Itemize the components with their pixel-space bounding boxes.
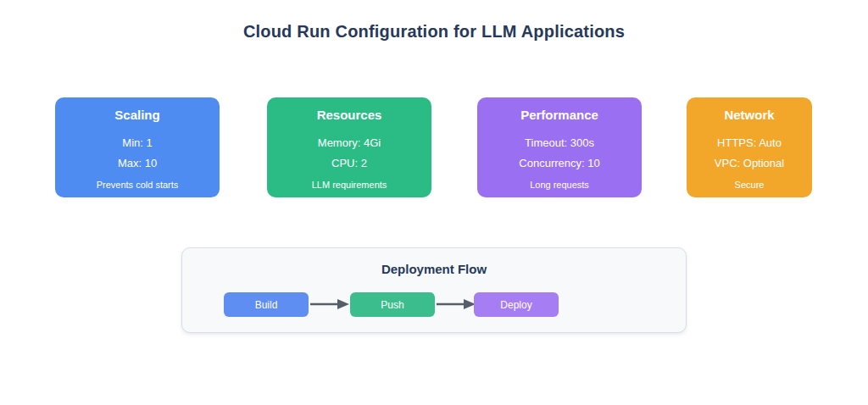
flow-title: Deployment Flow [182, 262, 686, 276]
card-metric: VPC: Optional [687, 157, 812, 170]
card-note: Prevents cold starts [55, 179, 220, 191]
config-card-network: Network HTTPS: Auto VPC: Optional Secure [687, 97, 812, 197]
card-note: Long requests [477, 179, 642, 191]
card-metric: Timeout: 300s [477, 136, 642, 150]
arrow-right-icon [310, 297, 349, 311]
card-title: Performance [477, 108, 642, 123]
card-metric: Memory: 4Gi [267, 136, 431, 150]
card-title: Scaling [55, 108, 220, 123]
card-metric: Min: 1 [55, 136, 220, 150]
card-metric: HTTPS: Auto [687, 136, 812, 150]
flow-step-push: Push [350, 292, 435, 317]
card-note: Secure [687, 179, 812, 191]
config-card-performance: Performance Timeout: 300s Concurrency: 1… [477, 97, 642, 197]
flow-step-label: Deploy [500, 299, 531, 311]
card-metric: CPU: 2 [267, 157, 431, 170]
flow-step-build: Build [224, 292, 309, 317]
card-note: LLM requirements [267, 179, 431, 191]
diagram-canvas: Cloud Run Configuration for LLM Applicat… [0, 0, 868, 405]
card-title: Resources [267, 108, 431, 123]
config-card-resources: Resources Memory: 4Gi CPU: 2 LLM require… [267, 97, 431, 197]
card-title: Network [687, 108, 812, 123]
card-metric: Concurrency: 10 [477, 157, 642, 170]
card-metric: Max: 10 [55, 157, 220, 170]
flow-step-label: Push [381, 299, 403, 311]
config-card-scaling: Scaling Min: 1 Max: 10 Prevents cold sta… [55, 97, 220, 197]
arrow-right-icon [437, 297, 476, 311]
flow-step-deploy: Deploy [474, 292, 559, 317]
deployment-flow-panel: Deployment Flow Build Push Deploy [181, 247, 687, 333]
flow-step-label: Build [255, 299, 278, 311]
page-title: Cloud Run Configuration for LLM Applicat… [0, 22, 868, 42]
